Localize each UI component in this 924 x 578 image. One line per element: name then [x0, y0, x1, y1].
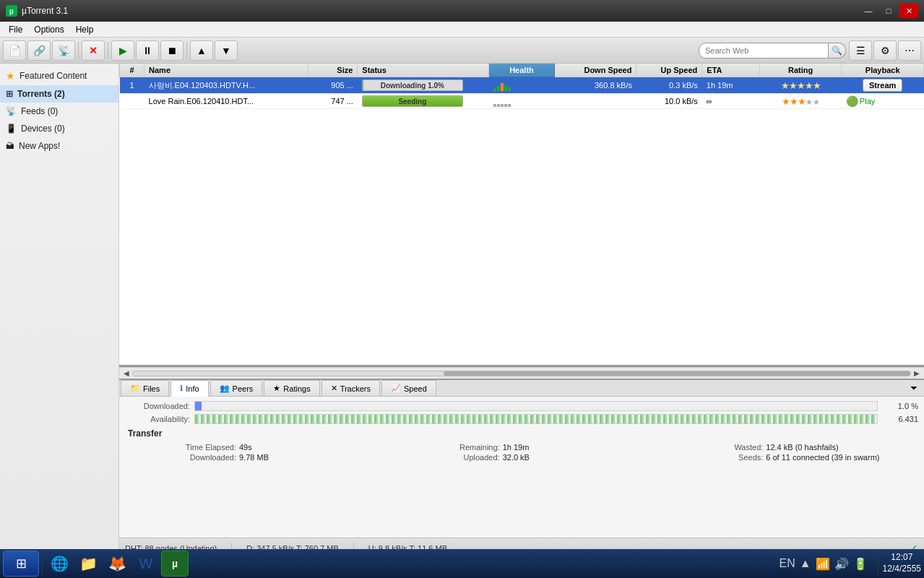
add-rss-button[interactable]: 📡: [52, 40, 75, 61]
table-row[interactable]: 1 사랑비.E04.120403.HDTV.H... 905 ... Downl…: [120, 77, 924, 94]
downloaded-bar: [194, 401, 878, 411]
minimize-button[interactable]: —: [859, 4, 878, 18]
sidebar-apps-label: New Apps!: [19, 141, 60, 151]
system-tray: EN ▲ 📶 🔊 🔋 12:07 12/4/2555: [774, 552, 921, 558]
table-row[interactable]: Love Rain.E06.120410.HDT... 747 ... Seed…: [120, 94, 924, 109]
search-input[interactable]: [699, 43, 829, 59]
trackers-tab-icon: ✕: [331, 384, 337, 393]
feeds-icon: 📡: [6, 106, 17, 116]
tab-trackers[interactable]: ✕ Trackers: [321, 380, 380, 396]
tab-info-label: Info: [186, 384, 199, 393]
move-up-button[interactable]: ▲: [190, 40, 213, 61]
torrent-name: Love Rain.E06.120410.HDT...: [144, 94, 308, 109]
settings-icon-button[interactable]: ⚙: [873, 40, 897, 61]
search-button[interactable]: 🔍: [829, 43, 846, 59]
menu-options[interactable]: Options: [28, 23, 69, 36]
torrent-health: [489, 77, 555, 94]
sidebar-item-apps[interactable]: 🏔 New Apps!: [0, 137, 118, 155]
torrent-num: [120, 94, 144, 109]
close-button[interactable]: ✕: [899, 4, 918, 18]
seeds-label: Seeds:: [655, 453, 763, 462]
col-header-upspeed[interactable]: Up Speed: [636, 64, 702, 77]
clock-time: 12:07: [883, 552, 921, 558]
firefox-icon: 🦊: [108, 555, 126, 558]
tab-content: Downloaded: 1.0 % Availability: 6.431 Tr…: [119, 397, 924, 538]
play-button[interactable]: 🟢 Play: [846, 95, 875, 107]
torrent-table[interactable]: # Name Size Status Health Down Speed Up …: [119, 64, 924, 367]
taskbar: ⊞ 🌐 📁 🦊 W µ EN ▲ 📶 🔊 🔋 12:07 12/4/2555: [0, 549, 924, 558]
col-header-playback[interactable]: Playback: [842, 64, 924, 77]
scroll-right-arrow[interactable]: ▶: [911, 369, 923, 377]
move-down-button[interactable]: ▼: [215, 40, 238, 61]
remove-button[interactable]: ✕: [82, 40, 105, 61]
scroll-thumb[interactable]: [444, 371, 910, 376]
col-header-num[interactable]: #: [120, 64, 144, 77]
explorer-icon: 📁: [79, 555, 98, 558]
col-header-name[interactable]: Name: [144, 64, 308, 77]
torrent-up-speed: 10.0 kB/s: [636, 94, 702, 109]
sidebar-item-feeds[interactable]: 📡 Feeds (0): [0, 103, 118, 120]
col-header-status[interactable]: Status: [358, 64, 489, 77]
start-menu-button[interactable]: ⊞: [3, 551, 39, 558]
info-tab-icon: ℹ: [180, 384, 183, 393]
remaining-label: Remaining:: [392, 443, 500, 452]
torrent-status: Seeding: [358, 94, 489, 109]
col-header-rating[interactable]: Rating: [759, 64, 842, 77]
tab-trackers-label: Trackers: [340, 384, 371, 393]
battery-icon: 🔋: [853, 557, 868, 558]
pause-button[interactable]: ⏸: [136, 40, 159, 61]
start-button[interactable]: ▶: [111, 40, 134, 61]
list-view-button[interactable]: ☰: [849, 40, 872, 61]
sidebar-item-torrents[interactable]: ⊞ Torrents (2): [0, 85, 118, 103]
add-url-button[interactable]: 🔗: [27, 40, 51, 61]
taskbar-explorer-button[interactable]: 📁: [74, 551, 102, 558]
torrent-status: Downloading 1.0%: [358, 77, 489, 94]
sidebar-item-devices[interactable]: 📱 Devices (0): [0, 120, 118, 137]
scroll-left-arrow[interactable]: ◀: [121, 369, 132, 377]
taskbar-utorrent-button[interactable]: µ: [161, 551, 189, 558]
maximize-button[interactable]: □: [879, 4, 898, 18]
tab-expand-button[interactable]: ⏷: [905, 381, 923, 394]
health-bar-3: [501, 83, 504, 91]
col-header-downspeed[interactable]: Down Speed: [554, 64, 636, 77]
sidebar-item-featured[interactable]: ★ Featured Content: [0, 66, 118, 85]
menu-file[interactable]: File: [3, 23, 28, 36]
menu-help[interactable]: Help: [70, 23, 100, 36]
add-torrent-icon: 📄: [9, 45, 21, 56]
taskbar-divider-1: [42, 552, 43, 558]
col-header-health[interactable]: Health: [489, 64, 555, 77]
expand-tray-icon[interactable]: ▲: [800, 557, 811, 558]
volume-icon[interactable]: 🔊: [834, 557, 849, 558]
downloaded2-value: 9.78 MB: [239, 453, 389, 462]
col-header-eta[interactable]: ETA: [702, 64, 760, 77]
content-area: # Name Size Status Health Down Speed Up …: [119, 64, 924, 558]
progress-text: Downloading 1.0%: [363, 80, 462, 90]
search-area: 🔍 ☰ ⚙ ⋯: [699, 40, 921, 61]
torrents-list: # Name Size Status Health Down Speed Up …: [119, 64, 924, 109]
downloaded-row: Downloaded: 1.0 %: [122, 400, 921, 413]
taskbar-firefox-button[interactable]: 🦊: [103, 551, 131, 558]
files-tab-icon: 📁: [130, 384, 140, 393]
tab-peers[interactable]: 👥 Peers: [210, 380, 263, 396]
main-area: ★ Featured Content ⊞ Torrents (2) 📡 Feed…: [0, 64, 924, 558]
taskbar-clock[interactable]: 12:07 12/4/2555: [883, 552, 921, 558]
tab-info[interactable]: ℹ Info: [170, 380, 208, 397]
window-controls: — □ ✕: [859, 4, 918, 18]
play-label: Play: [860, 97, 875, 105]
more-button[interactable]: ⋯: [898, 40, 921, 61]
stream-button[interactable]: Stream: [863, 79, 902, 92]
health-bar-2: [497, 104, 500, 107]
seeds-value: 6 of 11 connected (39 in swarm): [766, 453, 915, 462]
start-icon: ▶: [119, 45, 127, 56]
tab-ratings[interactable]: ★ Ratings: [264, 380, 319, 396]
col-header-size[interactable]: Size: [308, 64, 358, 77]
tab-files[interactable]: 📁 Files: [121, 380, 169, 396]
scroll-track[interactable]: [132, 371, 911, 376]
stop-button[interactable]: ⏹: [160, 40, 183, 61]
horizontal-scrollbar[interactable]: ◀ ▶: [119, 367, 924, 379]
taskbar-ie-button[interactable]: 🌐: [46, 551, 73, 558]
add-torrent-button[interactable]: 📄: [3, 40, 26, 61]
torrent-rating: ★★★★★: [759, 77, 842, 94]
tab-speed[interactable]: 📈 Speed: [381, 380, 436, 396]
taskbar-word-button[interactable]: W: [132, 551, 160, 558]
